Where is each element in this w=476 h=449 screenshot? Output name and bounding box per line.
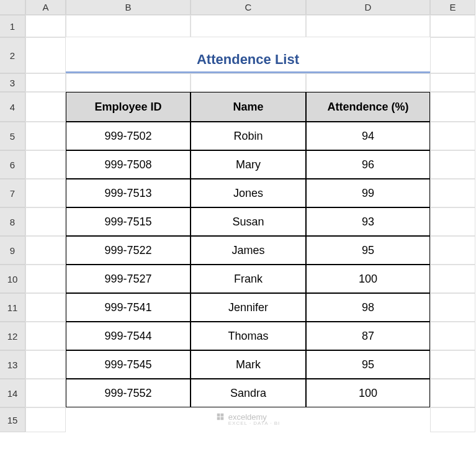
cell-D3[interactable] <box>306 73 430 92</box>
cell-id[interactable]: 999-7545 <box>66 350 191 379</box>
row-14[interactable]: 14 <box>0 379 25 407</box>
col-A[interactable]: A <box>25 0 66 15</box>
row-5[interactable]: 5 <box>0 122 25 150</box>
spreadsheet: A B C D E 1 2 Attendence List 3 4 Employ… <box>0 0 476 449</box>
cell-A12[interactable] <box>25 322 66 350</box>
cell-att[interactable]: 95 <box>306 236 430 265</box>
header-attendance[interactable]: Attendence (%) <box>306 92 430 122</box>
cell-E14[interactable] <box>430 379 475 407</box>
col-C[interactable]: C <box>191 0 306 15</box>
cell-E8[interactable] <box>430 207 475 236</box>
watermark: exceldemy EXCEL · DATA · BI <box>66 407 430 432</box>
title[interactable]: Attendence List <box>66 37 430 73</box>
cell-E15[interactable] <box>430 407 475 432</box>
cell-A8[interactable] <box>25 207 66 236</box>
cell-E12[interactable] <box>430 322 475 350</box>
cell-att[interactable]: 94 <box>306 122 430 150</box>
row-6[interactable]: 6 <box>0 150 25 179</box>
cell-E3[interactable] <box>430 73 475 92</box>
col-E[interactable]: E <box>430 0 475 15</box>
row-3[interactable]: 3 <box>0 73 25 92</box>
cell-name[interactable]: Sandra <box>191 379 306 407</box>
cell-E4[interactable] <box>430 92 475 122</box>
cell-A6[interactable] <box>25 150 66 179</box>
cell-id[interactable]: 999-7502 <box>66 122 191 150</box>
cell-att[interactable]: 87 <box>306 322 430 350</box>
cell-A7[interactable] <box>25 179 66 207</box>
grid: A B C D E 1 2 Attendence List 3 4 Employ… <box>0 0 476 432</box>
row-13[interactable]: 13 <box>0 350 25 379</box>
cell-E9[interactable] <box>430 236 475 265</box>
cell-name[interactable]: James <box>191 236 306 265</box>
cell-A9[interactable] <box>25 236 66 265</box>
cell-name[interactable]: Mark <box>191 350 306 379</box>
cell-att[interactable]: 100 <box>306 379 430 407</box>
cell-att[interactable]: 95 <box>306 350 430 379</box>
watermark-tag: EXCEL · DATA · BI <box>228 420 281 426</box>
cell-A2[interactable] <box>25 37 66 73</box>
cell-E5[interactable] <box>430 122 475 150</box>
header-name[interactable]: Name <box>191 92 306 122</box>
cell-A3[interactable] <box>25 73 66 92</box>
row-8[interactable]: 8 <box>0 207 25 236</box>
row-11[interactable]: 11 <box>0 293 25 322</box>
cell-name[interactable]: Jennifer <box>191 293 306 322</box>
cell-A11[interactable] <box>25 293 66 322</box>
cell-E1[interactable] <box>430 15 475 37</box>
logo-icon <box>216 412 225 421</box>
header-employee-id[interactable]: Employee ID <box>66 92 191 122</box>
cell-B3[interactable] <box>66 73 191 92</box>
cell-D1[interactable] <box>306 15 430 37</box>
cell-name[interactable]: Jones <box>191 179 306 207</box>
cell-C3[interactable] <box>191 73 306 92</box>
col-D[interactable]: D <box>306 0 430 15</box>
cell-att[interactable]: 98 <box>306 293 430 322</box>
col-B[interactable]: B <box>66 0 191 15</box>
cell-att[interactable]: 100 <box>306 265 430 293</box>
cell-A1[interactable] <box>25 15 66 37</box>
cell-name[interactable]: Robin <box>191 122 306 150</box>
row-12[interactable]: 12 <box>0 322 25 350</box>
row-7[interactable]: 7 <box>0 179 25 207</box>
cell-A4[interactable] <box>25 92 66 122</box>
cell-A5[interactable] <box>25 122 66 150</box>
cell-id[interactable]: 999-7527 <box>66 265 191 293</box>
cell-E2[interactable] <box>430 37 475 73</box>
cell-name[interactable]: Thomas <box>191 322 306 350</box>
cell-E7[interactable] <box>430 179 475 207</box>
cell-E13[interactable] <box>430 350 475 379</box>
row-15[interactable]: 15 <box>0 407 25 432</box>
cell-id[interactable]: 999-7544 <box>66 322 191 350</box>
row-2[interactable]: 2 <box>0 37 25 73</box>
cell-id[interactable]: 999-7515 <box>66 207 191 236</box>
cell-E10[interactable] <box>430 265 475 293</box>
cell-id[interactable]: 999-7552 <box>66 379 191 407</box>
cell-id[interactable]: 999-7522 <box>66 236 191 265</box>
cell-A14[interactable] <box>25 379 66 407</box>
row-4[interactable]: 4 <box>0 92 25 122</box>
select-all-corner[interactable] <box>0 0 25 15</box>
cell-att[interactable]: 96 <box>306 150 430 179</box>
cell-name[interactable]: Frank <box>191 265 306 293</box>
row-10[interactable]: 10 <box>0 265 25 293</box>
cell-id[interactable]: 999-7513 <box>66 179 191 207</box>
cell-att[interactable]: 93 <box>306 207 430 236</box>
watermark-text: exceldemy EXCEL · DATA · BI <box>228 412 281 426</box>
cell-name[interactable]: Mary <box>191 150 306 179</box>
cell-A15[interactable] <box>25 407 66 432</box>
cell-E11[interactable] <box>430 293 475 322</box>
cell-A13[interactable] <box>25 350 66 379</box>
cell-name[interactable]: Susan <box>191 207 306 236</box>
row-9[interactable]: 9 <box>0 236 25 265</box>
cell-id[interactable]: 999-7508 <box>66 150 191 179</box>
cell-att[interactable]: 99 <box>306 179 430 207</box>
row-1[interactable]: 1 <box>0 15 25 37</box>
cell-A10[interactable] <box>25 265 66 293</box>
cell-E6[interactable] <box>430 150 475 179</box>
cell-B1[interactable] <box>66 15 191 37</box>
cell-C1[interactable] <box>191 15 306 37</box>
cell-id[interactable]: 999-7541 <box>66 293 191 322</box>
